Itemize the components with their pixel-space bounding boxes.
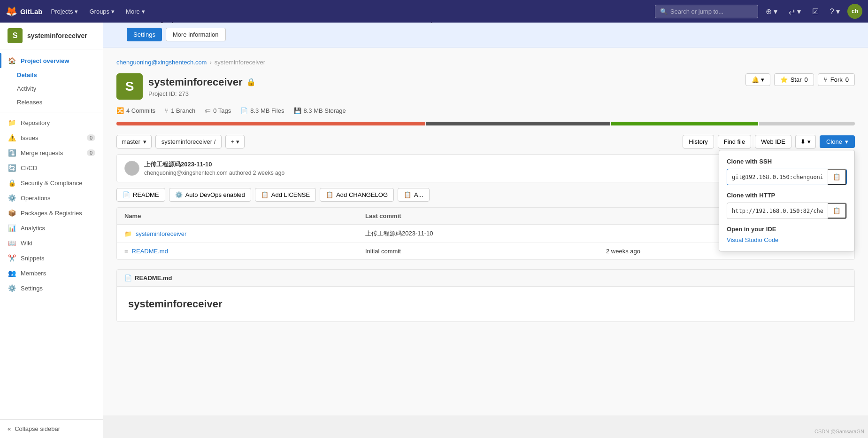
sidebar-item-repository[interactable]: 📁 Repository	[0, 115, 103, 130]
auto-devops-label: Auto DevOps enabled	[185, 191, 245, 198]
issues-badge: 0	[87, 134, 95, 141]
folder-commit: 上传工程源码2023-11-10	[365, 229, 606, 238]
main-content: ℹ️ The Auto DevOps pipeline has been ena…	[103, 0, 868, 415]
lang-segment-4	[759, 122, 855, 125]
stats-bar: 🔀 4 Commits ⑂ 1 Branch 🏷 0 Tags 📄 8.3 MB…	[116, 107, 855, 114]
add-changelog-icon: 📋	[326, 191, 333, 198]
clone-button-wrapper: Clone ▾ Clone with SSH 📋 Clone with HTTP…	[820, 135, 855, 148]
add-file-button[interactable]: + ▾	[225, 135, 245, 149]
ssh-clone-title: Clone with SSH	[727, 158, 847, 165]
alert-more-info-button[interactable]: More information	[166, 28, 226, 41]
sidebar-item-cicd[interactable]: 🔄 CI/CD	[0, 160, 103, 175]
sidebar-sub-activity[interactable]: Activity	[0, 82, 103, 95]
breadcrumb-project: systeminforeceiver	[215, 59, 265, 66]
vscode-option[interactable]: Visual Studio Code	[727, 236, 847, 243]
find-file-button[interactable]: Find file	[718, 135, 752, 149]
branch-selector[interactable]: master ▾	[116, 135, 152, 149]
user-avatar[interactable]: ch	[847, 4, 862, 19]
stat-commits[interactable]: 🔀 4 Commits	[116, 107, 155, 114]
sidebar-item-snippets[interactable]: ✂️ Snippets	[0, 250, 103, 266]
clone-button[interactable]: Clone ▾	[820, 135, 855, 148]
alert-settings-button[interactable]: Settings	[127, 28, 162, 41]
col-name: Name	[124, 212, 365, 219]
analytics-label: Analytics	[21, 225, 45, 232]
sidebar-item-security[interactable]: 🔒 Security & Compliance	[0, 175, 103, 190]
sidebar-item-operations[interactable]: ⚙️ Operations	[0, 190, 103, 205]
nav-groups[interactable]: Groups ▾	[84, 5, 119, 18]
sidebar-project-header: S systeminforeceiver	[0, 23, 103, 49]
snippets-icon: ✂️	[8, 254, 16, 262]
sidebar-item-wiki[interactable]: 📖 Wiki	[0, 235, 103, 250]
gitlab-logo[interactable]: 🦊 GitLab	[6, 6, 43, 17]
star-button[interactable]: 🔔 ▾	[745, 73, 770, 86]
stat-storage[interactable]: 💾 8.3 MB Storage	[294, 107, 346, 114]
auto-devops-button[interactable]: ⚙️ Auto DevOps enabled	[169, 188, 251, 202]
todos-icon[interactable]: ☑	[808, 5, 822, 18]
http-copy-button[interactable]: 📋	[828, 203, 846, 219]
more-chevron-icon: ▾	[142, 8, 145, 15]
file-name-readme[interactable]: ≡ README.md	[124, 248, 365, 255]
packages-icon: 📦	[8, 209, 16, 217]
help-icon[interactable]: ? ▾	[826, 5, 844, 18]
web-ide-button[interactable]: Web IDE	[755, 135, 791, 149]
project-id: Project ID: 273	[148, 90, 256, 97]
star-icon: ⭐	[780, 76, 788, 83]
lang-segment-2	[426, 122, 610, 125]
snippets-label: Snippets	[21, 255, 45, 262]
stat-files[interactable]: 📄 8.3 MB Files	[240, 107, 284, 114]
search-box[interactable]: 🔍	[655, 5, 758, 18]
nav-projects[interactable]: Projects ▾	[46, 5, 83, 18]
top-nav-links: Projects ▾ Groups ▾ More ▾	[46, 5, 150, 18]
breadcrumb-user[interactable]: chenguoning@xingshentech.com	[116, 59, 207, 66]
readme-header-icon: 📄	[124, 274, 132, 282]
sidebar-sub-releases[interactable]: Releases	[0, 95, 103, 109]
branch-chevron-icon: ▾	[143, 138, 146, 145]
ssh-copy-button[interactable]: 📋	[828, 169, 846, 185]
project-title-row: S systeminforeceiver 🔒 Project ID: 273	[116, 73, 256, 100]
sidebar-sub-details[interactable]: Details	[0, 68, 103, 82]
sidebar-item-issues[interactable]: ⚠️ Issues 0	[0, 130, 103, 145]
nav-more[interactable]: More ▾	[121, 5, 150, 18]
history-button[interactable]: History	[683, 135, 714, 149]
fork-label: Fork	[830, 76, 843, 83]
star-count-button[interactable]: ⭐ Star 0	[774, 73, 814, 86]
folder-icon: 📁	[124, 230, 132, 237]
sidebar-item-project-overview[interactable]: 🏠 Project overview	[0, 53, 103, 68]
commit-author-name: chenguoning@xingshentech.com	[144, 170, 228, 176]
add-chevron-icon: ▾	[236, 138, 239, 145]
issues-icon: ⚠️	[8, 134, 16, 141]
cicd-label: CI/CD	[21, 164, 37, 172]
fork-button[interactable]: ⑂ Fork 0	[818, 73, 855, 86]
sidebar-item-analytics[interactable]: 📊 Analytics	[0, 220, 103, 235]
search-input[interactable]	[670, 8, 745, 15]
http-url-input[interactable]	[727, 204, 828, 218]
http-clone-title: Clone with HTTP	[727, 192, 847, 199]
create-new-button[interactable]: ⊕ ▾	[762, 5, 781, 18]
clone-label: Clone	[826, 138, 842, 145]
add-changelog-button[interactable]: 📋 Add CHANGELOG	[320, 188, 394, 202]
readme-action-button[interactable]: 📄 README	[116, 188, 165, 202]
ssh-url-input[interactable]	[727, 171, 828, 184]
gitlab-wordmark: GitLab	[20, 8, 43, 16]
stat-tags[interactable]: 🏷 0 Tags	[205, 107, 231, 114]
merge-requests-nav-icon[interactable]: ⇄ ▾	[785, 5, 804, 18]
sidebar-item-merge-requests[interactable]: ⤵️ Merge requests 0	[0, 145, 103, 160]
members-icon: 👥	[8, 269, 16, 277]
add-license-button[interactable]: 📋 Add LICENSE	[255, 188, 316, 202]
wiki-icon: 📖	[8, 239, 16, 247]
lang-segment-1	[116, 122, 425, 125]
file-name-folder[interactable]: 📁 systeminforeceiver	[124, 230, 365, 237]
add-more-button[interactable]: 📋 A...	[398, 188, 430, 202]
sidebar-project-avatar: S	[8, 28, 23, 43]
readme-action-label: README	[133, 191, 159, 198]
stat-branch[interactable]: ⑂ 1 Branch	[165, 107, 195, 114]
repository-icon: 📁	[8, 119, 16, 126]
add-license-icon: 📋	[261, 191, 269, 198]
merge-requests-badge: 0	[87, 149, 95, 156]
search-icon: 🔍	[660, 8, 668, 15]
download-button[interactable]: ⬇ ▾	[795, 135, 816, 149]
groups-chevron-icon: ▾	[111, 8, 115, 15]
sidebar-item-packages[interactable]: 📦 Packages & Registries	[0, 205, 103, 220]
sidebar-item-settings[interactable]: ⚙️ Settings	[0, 281, 103, 296]
sidebar-item-members[interactable]: 👥 Members	[0, 266, 103, 281]
